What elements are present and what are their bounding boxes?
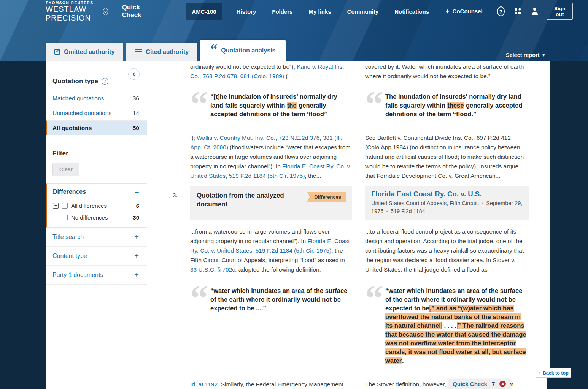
product-title: Quick Check [122,4,146,19]
top-navigation: AMC-100 History Folders My links Communi… [186,3,484,20]
info-icon[interactable]: i [102,78,108,85]
highlighted-difference: the [287,102,297,109]
clear-filters-button[interactable]: Clear [52,163,79,176]
nav-item-community[interactable]: Community [346,3,380,20]
tab-cited-authority[interactable]: Cited authority [126,43,197,61]
quote-band: “ “[t]he inundation of insureds’ normall… [165,92,550,119]
filter-sidebar: Quotation type i Matched quotations 36 U… [46,61,147,389]
quick-check-floating-widget[interactable]: Quick Check 7 [448,379,510,389]
header-divider [115,5,115,17]
section-title-search[interactable]: Title search + [46,228,147,247]
header-band: THOMSON REUTERS WESTLAW PRECISION Quick … [0,0,588,61]
sidebar-item-all-quotations[interactable]: All quotations 50 [46,120,147,135]
right-citation-paragraph: covered by it. Water which inundates are… [365,62,529,81]
citation-band: ’); Wallis v. Country Mut. Ins. Co., 723… [165,133,550,180]
expand-plus-icon: + [134,251,139,260]
all-differences-count: 6 [136,202,139,209]
dot-separator: • [386,209,388,214]
tab-quotation-analysis[interactable]: “ Quotation analysis [200,40,286,61]
case-court: United States Court of Appeals, Fifth Ci… [371,200,479,206]
brand-westlaw-precision: WESTLAW PRECISION [46,5,99,22]
quotation-marks-icon: “ [210,47,217,54]
analyzed-document-quote: “ “[t]he inundation of insureds’ normall… [190,92,352,119]
sparkle-icon: ✦ [445,8,450,14]
differences-section-header[interactable]: Differences – [47,184,147,200]
sidebar-item-matched-quotations[interactable]: Matched quotations 36 [46,91,147,106]
header: THOMSON REUTERS WESTLAW PRECISION Quick … [0,0,588,23]
dot-separator: • [482,201,484,206]
nav-item-folders[interactable]: Folders [270,3,294,20]
row-number: 3. [173,192,178,198]
expand-plus-icon[interactable]: + [53,203,59,209]
left-citation-paragraph: ...from a watercourse in large volumes a… [190,227,352,274]
filter-row-no-differences[interactable]: No differences 30 [47,212,147,223]
no-differences-checkbox[interactable] [62,215,68,220]
case-link[interactable]: Id. at 1192 [190,381,218,387]
case-title-link[interactable]: Florida East Coast Ry. Co. v. U.S. [371,190,523,198]
right-citation-paragraph: See Bartlett v. Continental Divide Ins. … [365,133,529,180]
brand-text: THOMSON REUTERS WESTLAW PRECISION [46,1,99,22]
filter-row-all-differences[interactable]: + All differences 6 [47,200,147,212]
analyzed-document-card-title: Quotation from the analyzed document [197,191,299,209]
sidebar-item-unmatched-quotations[interactable]: Unmatched quotations 14 [46,106,147,120]
tab-omitted-authority[interactable]: Omitted authority [46,43,123,61]
brand-chevron-down-icon[interactable] [103,8,108,15]
westlaw-quick-check-page: THOMSON REUTERS WESTLAW PRECISION Quick … [0,0,588,389]
nav-item-cocounsel[interactable]: ✦CoCounsel [443,3,484,20]
up-arrow-icon: ↑ [538,370,540,376]
expand-plus-icon: + [134,270,139,279]
list-icon [135,48,142,56]
header-icon-group: ? Sign out [497,3,573,20]
source-case-card: Florida East Coast Ry. Co. v. U.S. Unite… [365,186,529,220]
nav-item-amc-100[interactable]: AMC-100 [186,3,222,20]
nav-item-my-links[interactable]: My links [307,3,332,20]
nav-item-notifications[interactable]: Notifications [393,3,431,20]
highlighted-difference: these [447,102,464,109]
quote-mark-icon: “ [190,286,210,365]
unmatched-count: 14 [133,110,139,117]
westlaw-brand[interactable]: THOMSON REUTERS WESTLAW PRECISION [46,1,108,22]
case-cite: 519 F.2d 1184 [391,208,425,214]
chevron-left-icon [133,72,137,76]
quote-mark-icon: “ [190,92,210,119]
content-area: Quotation type i Matched quotations 36 U… [46,61,550,389]
report-tabs: Omitted authority Cited authority “ Quot… [46,40,288,61]
sidebar-collapse-button[interactable] [128,68,140,80]
sign-out-button[interactable]: Sign out [547,3,573,20]
source-document-quote: “ The inundation of insureds' normally d… [365,92,529,119]
ellipsis-box: . . . . [441,322,458,329]
citation-band: ...from a watercourse in large volumes a… [165,227,550,274]
no-differences-count: 30 [133,214,139,221]
citation-band: ordinarily would not be expected to be”)… [165,62,550,81]
user-profile-icon[interactable] [531,8,537,15]
checked-box-icon [54,49,60,55]
source-document-quote: “ “water which inundates an area of the … [365,286,529,365]
quote-mark-icon: “ [365,286,385,365]
filter-heading: Filter [46,150,147,157]
nav-item-history[interactable]: History [235,3,258,20]
scrollbar-thumb[interactable] [547,378,550,389]
help-icon[interactable]: ? [497,6,505,16]
all-quotations-count: 50 [133,125,139,131]
section-content-type[interactable]: Content type + [46,247,147,266]
analyzed-document-card: Quotation from the analyzed document Dif… [190,186,352,220]
matched-count: 36 [133,95,139,102]
alert-icon [499,381,506,387]
all-differences-checkbox[interactable] [62,203,68,209]
quotation-comparison-panel: ordinarily would not be expected to be”)… [147,61,550,389]
analyzed-document-quote: “ “water which inundates an area of the … [190,286,352,365]
section-party-1-documents[interactable]: Party 1 documents + [46,266,147,285]
differences-filter-group: Differences – + All differences 6 No dif… [46,183,147,228]
case-link[interactable]: 33 U.S.C. § 702c [190,266,235,273]
quick-check-count: 7 [492,381,495,387]
row-3-checkbox[interactable] [165,193,170,198]
quotation-row-header: 3. Quotation from the analyzed document … [165,186,550,220]
back-to-top-button[interactable]: ↑ Back to top [536,368,571,378]
left-citation-paragraph: ’); Wallis v. Country Mut. Ins. Co., 723… [190,133,352,180]
row-number-cell: 3. [165,186,190,220]
case-meta: United States Court of Appeals, Fifth Ci… [371,199,523,215]
differences-badge: Differences [307,192,346,202]
apps-grid-icon[interactable] [515,8,521,15]
collapse-minus-icon[interactable]: – [135,190,139,194]
select-report-dropdown[interactable]: Select report ▾ [506,52,545,58]
